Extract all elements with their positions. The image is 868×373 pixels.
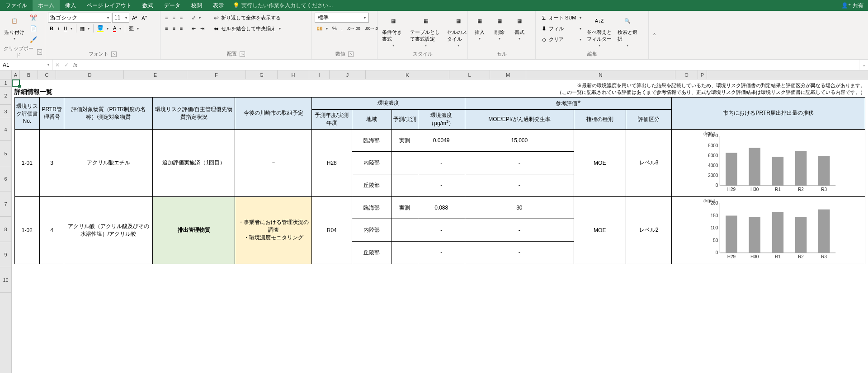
formula-input[interactable] xyxy=(80,60,859,70)
col-header-I[interactable]: I xyxy=(309,70,330,79)
align-left-button[interactable]: ≡ xyxy=(163,23,170,33)
align-center-button[interactable]: ≡ xyxy=(170,23,177,33)
row-header-8[interactable]: 8 xyxy=(0,217,11,242)
fill-handle[interactable] xyxy=(18,85,21,88)
col-header-K[interactable]: K xyxy=(366,70,449,79)
paste-button[interactable]: 📋 貼り付け ▾ xyxy=(3,13,26,42)
expand-formula-button[interactable]: ⌄ xyxy=(859,60,868,70)
orientation-button[interactable]: ⤢▾ xyxy=(190,13,203,23)
comma-button[interactable]: , xyxy=(340,23,344,33)
cell-indicator: MOE xyxy=(574,129,626,196)
menu-item-4[interactable]: 数式 xyxy=(137,0,159,11)
row-header-7[interactable]: 7 xyxy=(0,191,11,217)
table-format-button[interactable]: ▦テーブルとして書式設定▾ xyxy=(408,13,443,48)
row-header-4[interactable]: 4 xyxy=(0,118,11,141)
delete-cells-button[interactable]: ▦削除▾ xyxy=(491,13,509,42)
col-header-B[interactable]: B xyxy=(20,70,38,79)
col-header-L[interactable]: L xyxy=(449,70,490,79)
row-header-9[interactable]: 9 xyxy=(0,242,11,267)
italic-button[interactable]: I xyxy=(56,23,61,33)
align-bottom-button[interactable]: ≡ xyxy=(178,13,184,23)
clear-button[interactable]: ◇クリア▾ xyxy=(538,34,583,44)
autosum-button[interactable]: Σオート SUM▾ xyxy=(538,13,583,23)
col-header-F[interactable]: F xyxy=(187,70,246,79)
conditional-format-button[interactable]: ▦条件付き書式▾ xyxy=(380,13,406,48)
format-cells-button[interactable]: ▦書式▾ xyxy=(510,13,528,42)
number-format-combo[interactable]: 標準▾ xyxy=(315,13,369,23)
share-button[interactable]: 👤⁺ 共有 xyxy=(837,0,868,11)
align-middle-button[interactable]: ≡ xyxy=(170,13,177,23)
cell-chart: 050100150200（kg/y）H29H30R1R2R3 xyxy=(672,196,865,264)
increase-decimal-button[interactable]: .0→.00 xyxy=(345,23,362,33)
cell-conc: - xyxy=(418,242,465,264)
sort-filter-button[interactable]: A↓Z並べ替えとフィルター▾ xyxy=(585,13,614,48)
col-header-E[interactable]: E xyxy=(124,70,187,79)
menu-item-1[interactable]: ホーム xyxy=(33,0,60,11)
font-dialog-launcher[interactable]: ↘ xyxy=(111,51,117,57)
collapse-ribbon-button[interactable]: ^ xyxy=(649,11,660,59)
row-header-5[interactable]: 5 xyxy=(0,141,11,166)
select-all-corner[interactable] xyxy=(0,70,11,79)
menu-item-2[interactable]: 挿入 xyxy=(60,0,81,11)
th-plan: 今後の川崎市の取組予定 xyxy=(235,97,311,129)
col-header-C[interactable]: C xyxy=(38,70,56,79)
menu-item-7[interactable]: 表示 xyxy=(208,0,229,11)
clear-icon: ◇ xyxy=(540,36,547,43)
menu-item-0[interactable]: ファイル xyxy=(0,0,33,11)
note-1: ※最新の環境濃度を用いて算出した結果を記載しているため、環境リスク評価書の判定結… xyxy=(557,82,865,89)
copy-button[interactable]: 📄 xyxy=(28,23,39,33)
cell-region: 内陸部 xyxy=(352,219,392,242)
fill-color-button[interactable]: 🪣▾ xyxy=(95,23,110,33)
cut-button[interactable]: ✂️ xyxy=(28,13,39,23)
col-header-G[interactable]: G xyxy=(246,70,278,79)
grid-body[interactable]: 詳細情報一覧 ※最新の環境濃度を用いて算出した結果を記載しているため、環境リスク… xyxy=(12,79,868,264)
bold-button[interactable]: B xyxy=(48,23,55,33)
percent-button[interactable]: % xyxy=(330,23,339,33)
clipboard-dialog-launcher[interactable]: ↘ xyxy=(37,49,42,55)
font-size-combo[interactable]: 11▾ xyxy=(112,13,129,23)
underline-button[interactable]: U▾ xyxy=(62,23,74,33)
row-header-10[interactable]: 10 xyxy=(0,267,11,293)
accounting-format-button[interactable]: 💴▾ xyxy=(315,23,330,33)
name-box[interactable]: A1▾ xyxy=(0,60,52,70)
row-header-3[interactable]: 3 xyxy=(0,105,11,118)
row-header-2[interactable]: 2 xyxy=(0,87,11,105)
col-header-A[interactable]: A xyxy=(12,70,20,79)
caret-icon: ▾ xyxy=(499,37,500,41)
col-header-O[interactable]: O xyxy=(675,70,698,79)
increase-indent-button[interactable]: ⇥ xyxy=(198,23,206,33)
enter-formula-button[interactable]: ✓ xyxy=(64,62,69,68)
row-header-6[interactable]: 6 xyxy=(0,166,11,191)
menu-item-6[interactable]: 校閲 xyxy=(186,0,208,11)
wrap-text-button[interactable]: ↩折り返して全体を表示する xyxy=(211,13,283,23)
col-header-H[interactable]: H xyxy=(278,70,309,79)
cancel-formula-button[interactable]: ✕ xyxy=(55,62,60,68)
menu-item-3[interactable]: ページ レイアウト xyxy=(81,0,137,11)
increase-font-button[interactable]: A▴ xyxy=(130,13,139,23)
col-header-D[interactable]: D xyxy=(56,70,124,79)
col-header-M[interactable]: M xyxy=(490,70,526,79)
caret-icon: ▾ xyxy=(105,27,108,31)
decrease-indent-button[interactable]: ⇤ xyxy=(190,23,198,33)
row-header-1[interactable]: 1 xyxy=(0,79,11,87)
border-button[interactable]: ▦▾ xyxy=(78,23,91,33)
align-top-button[interactable]: ≡ xyxy=(163,13,170,23)
fill-button[interactable]: ⬇フィル▾ xyxy=(538,23,583,33)
align-right-button[interactable]: ≡ xyxy=(178,23,184,33)
format-painter-button[interactable]: 🖌️ xyxy=(28,34,39,44)
font-name-combo[interactable]: 游ゴシック▾ xyxy=(48,13,111,23)
find-select-button[interactable]: 🔍検索と選択▾ xyxy=(616,13,639,48)
col-header-N[interactable]: N xyxy=(526,70,675,79)
alignment-dialog-launcher[interactable]: ↘ xyxy=(240,51,245,57)
menu-item-5[interactable]: データ xyxy=(159,0,186,11)
phonetic-button[interactable]: 亜▾ xyxy=(127,23,141,33)
tell-me-box[interactable]: 💡 実行したい作業を入力してください... xyxy=(229,0,336,11)
col-header-J[interactable]: J xyxy=(330,70,366,79)
font-color-button[interactable]: A▾ xyxy=(111,23,123,33)
col-header-P[interactable]: P xyxy=(698,70,707,79)
fx-icon[interactable]: fx xyxy=(73,62,77,68)
number-dialog-launcher[interactable]: ↘ xyxy=(348,51,354,57)
decrease-font-button[interactable]: A▾ xyxy=(140,13,148,23)
insert-cells-button[interactable]: ▦挿入▾ xyxy=(471,13,489,42)
merge-center-button[interactable]: ⬌セルを結合して中央揃え▾ xyxy=(211,23,283,33)
